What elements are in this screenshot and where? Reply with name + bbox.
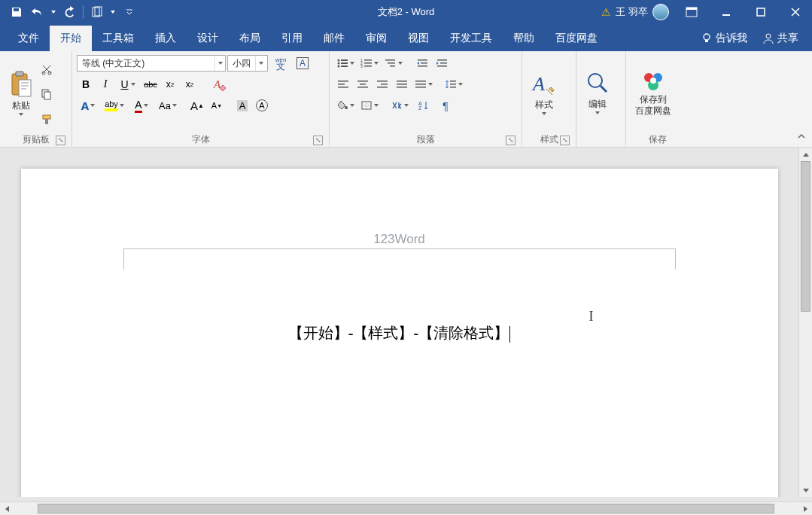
asian-layout-button[interactable] (388, 96, 411, 114)
collapse-ribbon-icon[interactable] (794, 129, 809, 144)
hscroll-track[interactable] (14, 502, 798, 515)
svg-rect-23 (341, 66, 348, 67)
body-text[interactable]: 【开始】-【样式】-【清除格式】 (21, 323, 778, 343)
warning-icon: ⚠ (601, 6, 611, 18)
decrease-indent-button[interactable] (414, 54, 432, 72)
phonetic-guide-icon[interactable]: wén 文 (269, 54, 292, 72)
svg-rect-38 (437, 66, 447, 67)
baidu-cloud-icon (641, 70, 665, 93)
font-size-dropdown-icon[interactable] (255, 56, 266, 71)
tab-references[interactable]: 引用 (271, 26, 313, 51)
font-size-combo[interactable]: 小四 (227, 55, 268, 72)
close-icon[interactable] (779, 0, 812, 24)
redo-icon[interactable] (59, 2, 80, 23)
subscript-button[interactable]: x2 (161, 75, 179, 93)
clear-formatting-button[interactable]: A (209, 75, 232, 93)
line-spacing-button[interactable] (442, 75, 465, 93)
strikethrough-button[interactable]: abc (141, 75, 160, 93)
svg-rect-56 (450, 87, 456, 88)
save-to-baidu-button[interactable]: 保存到 百度网盘 (631, 54, 676, 132)
tab-insert[interactable]: 插入 (144, 26, 187, 51)
svg-rect-45 (377, 81, 388, 82)
increase-indent-button[interactable] (433, 54, 452, 72)
touch-mode-icon[interactable] (87, 2, 108, 23)
bullets-button[interactable] (334, 54, 357, 72)
share-button[interactable]: 共享 (755, 26, 806, 51)
highlight-button[interactable]: aby (101, 96, 128, 114)
touch-mode-dropdown-icon[interactable] (108, 2, 118, 23)
shrink-font-button[interactable]: A▼ (208, 96, 226, 114)
styles-button[interactable]: A 样式 (527, 54, 561, 132)
tab-file[interactable]: 文件 (8, 26, 50, 51)
scroll-right-icon[interactable] (798, 502, 812, 515)
char-shading-button[interactable]: A (233, 96, 251, 114)
qat-customize-icon[interactable] (118, 2, 141, 23)
font-color-button[interactable]: A (129, 96, 154, 114)
undo-dropdown-icon[interactable] (48, 2, 59, 23)
tab-help[interactable]: 帮助 (503, 26, 545, 51)
user-account[interactable]: ⚠ 王 羽卒 (601, 4, 669, 20)
justify-button[interactable] (393, 75, 411, 93)
minimize-icon[interactable] (710, 0, 743, 24)
save-baidu-label-1: 保存到 (640, 94, 667, 105)
paragraph-launcher[interactable]: ⤡ (506, 136, 515, 145)
italic-button[interactable]: I (96, 75, 114, 93)
tab-baidu[interactable]: 百度网盘 (545, 26, 608, 51)
tab-review[interactable]: 审阅 (355, 26, 397, 51)
numbering-button[interactable]: 123 (358, 54, 381, 72)
bold-button[interactable]: B (77, 75, 95, 93)
text-effects-button[interactable]: A (77, 96, 99, 114)
font-name-dropdown-icon[interactable] (214, 56, 225, 71)
tab-view[interactable]: 视图 (397, 26, 439, 51)
paste-button[interactable]: 粘贴 (5, 54, 38, 132)
styles-launcher[interactable]: ⤡ (560, 136, 570, 145)
tab-mailings[interactable]: 邮件 (313, 26, 355, 51)
horizontal-scrollbar[interactable] (0, 501, 812, 515)
align-right-button[interactable] (373, 75, 391, 93)
share-label: 共享 (777, 32, 798, 45)
tab-toolbox[interactable]: 工具箱 (92, 26, 144, 51)
align-center-button[interactable] (354, 75, 372, 93)
maximize-icon[interactable] (744, 0, 777, 24)
copy-icon[interactable] (38, 85, 56, 103)
font-name-combo[interactable]: 等线 (中文正文) (77, 55, 226, 72)
cut-icon[interactable] (38, 60, 56, 78)
enclose-char-button[interactable]: A (253, 96, 271, 114)
grow-font-button[interactable]: A▲ (188, 96, 206, 114)
scroll-down-icon[interactable] (799, 483, 812, 497)
ribbon-options-icon[interactable] (675, 0, 708, 24)
font-launcher[interactable]: ⤡ (313, 136, 323, 145)
page[interactable]: 123Word 【开始】-【样式】-【清除格式】 I (21, 169, 778, 497)
tab-home[interactable]: 开始 (50, 26, 92, 51)
save-icon[interactable] (6, 2, 27, 23)
distribute-button[interactable] (412, 75, 435, 93)
clipboard-launcher[interactable]: ⤡ (56, 136, 65, 145)
tab-design[interactable]: 设计 (187, 26, 229, 51)
header-area[interactable]: 123Word (123, 232, 676, 254)
editing-button[interactable]: 编辑 (581, 54, 614, 132)
borders-button[interactable] (358, 96, 381, 114)
vscroll-thumb[interactable] (801, 161, 810, 312)
tab-layout[interactable]: 布局 (229, 26, 271, 51)
change-case-button[interactable]: Aa (155, 96, 181, 114)
header-rule (123, 248, 676, 270)
scroll-left-icon[interactable] (0, 502, 14, 515)
multilevel-list-button[interactable] (382, 54, 405, 72)
superscript-button[interactable]: x2 (181, 75, 199, 93)
hscroll-thumb[interactable] (38, 504, 774, 513)
show-marks-button[interactable]: ¶ (436, 96, 455, 114)
vertical-scrollbar[interactable] (798, 148, 812, 497)
format-painter-icon[interactable] (38, 111, 56, 129)
sort-button[interactable]: AZ (412, 96, 435, 114)
align-left-button[interactable] (334, 75, 352, 93)
save-group-label: 保存 (649, 133, 667, 146)
underline-button[interactable]: U (116, 75, 140, 93)
undo-icon[interactable] (27, 2, 48, 23)
vscroll-track[interactable] (799, 161, 812, 483)
scroll-up-icon[interactable] (799, 148, 812, 161)
character-border-icon[interactable]: A (293, 54, 312, 72)
tell-me[interactable]: 告诉我 (693, 26, 755, 51)
svg-rect-4 (722, 14, 730, 16)
shading-button[interactable] (334, 96, 357, 114)
tab-developer[interactable]: 开发工具 (439, 26, 503, 51)
